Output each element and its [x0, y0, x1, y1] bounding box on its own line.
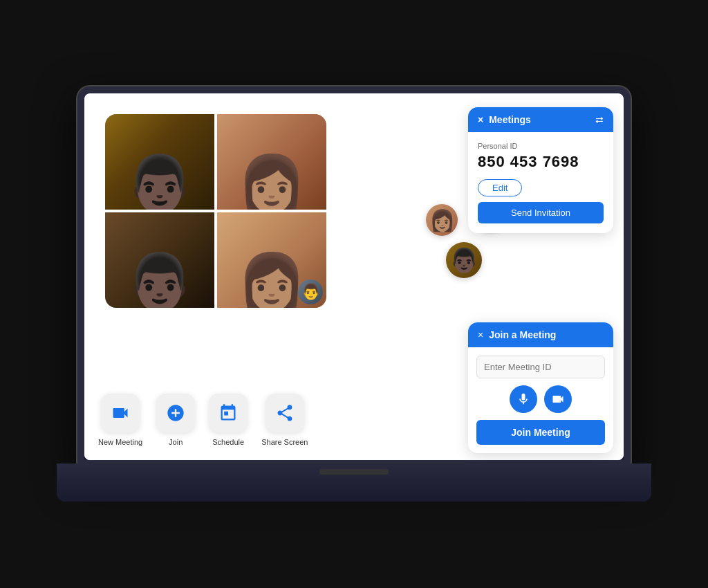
share-screen-label: Share Screen	[261, 438, 308, 446]
microphone-button[interactable]	[510, 385, 537, 413]
calendar-icon	[218, 403, 238, 423]
video-camera-icon	[111, 403, 130, 423]
camera-button[interactable]	[544, 385, 572, 413]
floating-avatar-2	[446, 242, 482, 278]
share-screen-action[interactable]: Share Screen	[261, 394, 308, 446]
meetings-panel-header: × Meetings ⇄	[468, 107, 613, 132]
meetings-panel-title: × Meetings	[478, 114, 531, 125]
schedule-label: Schedule	[212, 438, 244, 446]
schedule-action[interactable]: Schedule	[209, 394, 248, 446]
new-meeting-button[interactable]	[101, 394, 140, 432]
edit-button[interactable]: Edit	[478, 179, 522, 196]
video-cell-1	[105, 114, 214, 210]
join-meeting-panel: × Join a Meeting	[468, 322, 613, 453]
laptop-screen: × Meetings ⇄ Personal ID 850 453 7698 Ed…	[77, 86, 631, 467]
add-circle-icon	[166, 403, 185, 423]
join-controls	[476, 385, 605, 413]
new-meeting-label: New Meeting	[98, 438, 142, 446]
join-panel-header: × Join a Meeting	[468, 322, 613, 347]
video-cell-3	[105, 212, 214, 308]
join-panel-body: Join Meeting	[468, 347, 613, 453]
meetings-refresh-icon[interactable]: ⇄	[595, 114, 604, 125]
new-meeting-action[interactable]: New Meeting	[98, 394, 142, 446]
floating-avatar-1	[426, 204, 458, 236]
video-grid	[105, 114, 326, 308]
camera-icon	[551, 392, 565, 406]
overlay-avatar	[298, 279, 323, 304]
meeting-id-input[interactable]	[476, 356, 605, 378]
share-screen-button[interactable]	[266, 394, 304, 432]
screen-inner: × Meetings ⇄ Personal ID 850 453 7698 Ed…	[84, 93, 624, 460]
join-label: Join	[169, 438, 183, 446]
join-action[interactable]: Join	[156, 394, 195, 446]
send-invitation-button[interactable]: Send Invitation	[478, 202, 604, 223]
video-cell-4	[217, 212, 326, 308]
join-button[interactable]	[156, 394, 195, 432]
screen-content: × Meetings ⇄ Personal ID 850 453 7698 Ed…	[84, 93, 624, 460]
join-panel-title: Join a Meeting	[489, 329, 556, 340]
personal-id-label: Personal ID	[478, 142, 604, 150]
laptop: × Meetings ⇄ Personal ID 850 453 7698 Ed…	[57, 86, 651, 502]
laptop-base	[57, 463, 651, 502]
action-bar: New Meeting Join	[98, 394, 308, 446]
meetings-close-icon[interactable]: ×	[478, 114, 483, 125]
video-cell-2	[217, 114, 326, 210]
personal-id-number: 850 453 7698	[478, 153, 604, 171]
microphone-icon	[516, 392, 530, 406]
join-panel-close-icon[interactable]: ×	[478, 329, 483, 340]
share-icon	[275, 403, 295, 423]
join-meeting-button[interactable]: Join Meeting	[476, 420, 605, 445]
meetings-title-text: Meetings	[489, 114, 531, 125]
meetings-panel: × Meetings ⇄ Personal ID 850 453 7698 Ed…	[468, 107, 613, 233]
meetings-panel-body: Personal ID 850 453 7698 Edit Send Invit…	[468, 132, 613, 233]
schedule-button[interactable]	[209, 394, 248, 432]
